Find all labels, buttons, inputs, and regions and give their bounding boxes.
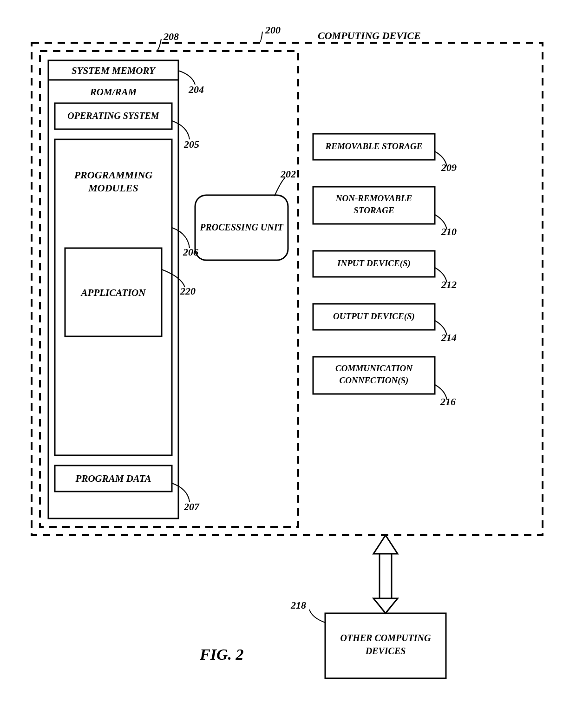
programming-modules-label-2: MODULES bbox=[55, 182, 172, 194]
ref-200: 200 bbox=[265, 24, 281, 36]
other-computing-devices-label-1: OTHER COMPUTING bbox=[325, 633, 446, 643]
diagram-stage: COMPUTING DEVICE 200 208 SYSTEM MEMORY R… bbox=[0, 0, 576, 728]
processing-unit-label: PROCESSING UNIT bbox=[195, 222, 288, 233]
ref-202: 202 bbox=[281, 168, 296, 180]
ref-206: 206 bbox=[183, 246, 198, 258]
double-arrow-up-icon bbox=[373, 535, 398, 554]
operating-system-label: OPERATING SYSTEM bbox=[55, 111, 172, 121]
diagram-svg bbox=[0, 0, 576, 728]
ref-216: 216 bbox=[440, 396, 456, 408]
other-computing-devices-label-2: DEVICES bbox=[325, 646, 446, 656]
figure-caption: FIG. 2 bbox=[200, 646, 243, 663]
double-arrow-shaft bbox=[380, 553, 392, 599]
communication-connections-label-2: CONNECTION(S) bbox=[313, 375, 435, 386]
ref-218: 218 bbox=[291, 599, 306, 611]
system-memory-label: SYSTEM MEMORY bbox=[48, 65, 178, 77]
ref-212: 212 bbox=[441, 279, 457, 291]
communication-connections-label-1: COMMUNICATION bbox=[313, 363, 435, 374]
ref-207: 207 bbox=[184, 501, 199, 513]
ref-204: 204 bbox=[189, 84, 204, 96]
input-devices-label: INPUT DEVICE(S) bbox=[313, 258, 435, 269]
double-arrow-down-icon bbox=[373, 598, 398, 613]
application-label: APPLICATION bbox=[65, 287, 162, 299]
non-removable-storage-label-1: NON-REMOVABLE bbox=[313, 193, 435, 203]
ref-214: 214 bbox=[441, 332, 457, 344]
programming-modules-label-1: PROGRAMMING bbox=[55, 169, 172, 181]
rom-ram-label: ROM/RAM bbox=[48, 86, 178, 98]
ref-220: 220 bbox=[180, 285, 196, 297]
ref-205: 205 bbox=[184, 138, 199, 151]
ref-208: 208 bbox=[164, 31, 179, 43]
ref-210: 210 bbox=[441, 226, 457, 238]
output-devices-label: OUTPUT DEVICE(S) bbox=[313, 311, 435, 321]
program-data-label: PROGRAM DATA bbox=[55, 473, 172, 485]
ref-209: 209 bbox=[441, 162, 457, 174]
computing-device-title: COMPUTING DEVICE bbox=[318, 30, 421, 42]
non-removable-storage-label-2: STORAGE bbox=[313, 205, 435, 216]
removable-storage-label: REMOVABLE STORAGE bbox=[313, 141, 435, 151]
